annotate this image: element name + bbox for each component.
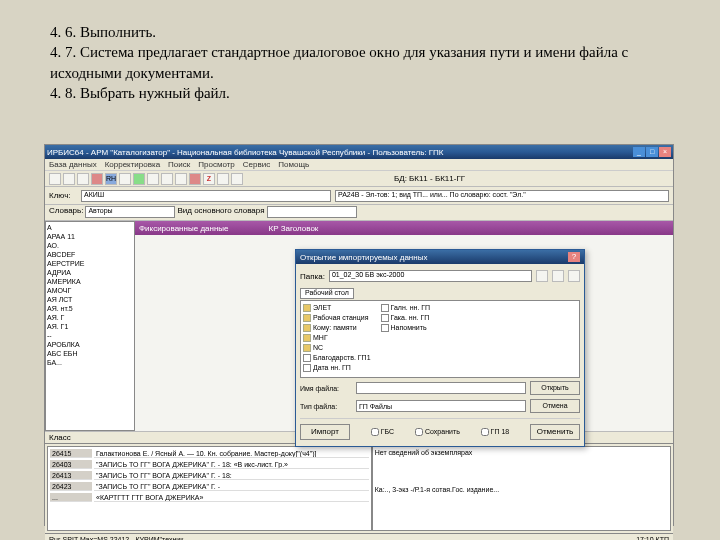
db-label: БД: [394,174,407,183]
list-item[interactable]: А [47,223,133,232]
tb-btn-1[interactable] [49,173,61,185]
tb-btn-3[interactable] [77,173,89,185]
tab-bar: Фиксированные данные КР Заголовок [135,221,673,235]
main-area: А АРАА 11 АО. ABCDEF АЕРСТРИЕ АДРИА АМЕР… [45,221,673,431]
table-row[interactable]: 26423"ЗАПИСЬ ТО ГГ" ВОГА ДЖЕРИКА" Г. - [50,482,369,491]
list-item[interactable]: АДРИА [47,268,133,277]
cbx-3[interactable]: ГП 18 [481,428,510,436]
up-folder-icon[interactable] [536,270,548,282]
table-row[interactable]: 26403"ЗАПИСЬ ТО ГГ" ВОГА ДЖЕРИКА" Г. - 1… [50,460,369,469]
list-item[interactable]: АМОЧГ [47,286,133,295]
list-item[interactable]: АЯ. нт.5 [47,304,133,313]
class-label: Класс [49,433,71,442]
tb-btn-11[interactable] [217,173,229,185]
phrase-input[interactable]: АКИШ [81,190,331,202]
menu-db[interactable]: База данных [49,160,97,169]
folder-item[interactable]: Рабочая станция [303,313,371,322]
list-item[interactable]: АРОБЛКА [47,340,133,349]
list-item[interactable]: АО. [47,241,133,250]
view-select[interactable] [267,206,357,218]
cbx-2[interactable]: Сохранить [415,428,460,436]
instr-line-3: 4. 8. Выбрать нужный файл. [50,83,670,103]
list-item[interactable]: БА... [47,358,133,367]
tb-btn-9[interactable] [175,173,187,185]
folder-item[interactable]: NC [303,343,371,352]
tb-btn-8[interactable] [161,173,173,185]
menu-help[interactable]: Помощь [278,160,309,169]
filetype-label: Тип файла: [300,403,352,410]
new-folder-icon[interactable] [552,270,564,282]
list-item[interactable]: ABCDEF [47,250,133,259]
tb-z-icon[interactable]: Z [203,173,215,185]
folder-item[interactable]: МНГ [303,333,371,342]
toolbar: RH Z БД: БК11 - БК11-ГГ [45,171,673,187]
folder-label: Папка: [300,272,325,281]
filetype-select[interactable]: ГП Файлы [356,400,526,412]
list-item[interactable]: АМЕРИКА [47,277,133,286]
right-area: Фиксированные данные КР Заголовок Открыт… [135,221,673,431]
tb-btn-4[interactable] [91,173,103,185]
file-open-dialog: Открытие импортируемых данных ? Папка: 0… [295,249,585,447]
menu-correct[interactable]: Корректировка [105,160,160,169]
result-input[interactable]: РА24В - Эл-тов: 1; вид ТП... или... По с… [335,190,669,202]
table-row[interactable]: ...«КАРТГТТ ГТГ ВОГА ДЖЕРИКА» [50,493,369,502]
minimize-button[interactable]: _ [633,147,645,157]
tb-btn-12[interactable] [231,173,243,185]
folder-item[interactable]: Кому: памяти [303,323,371,332]
nav-tab-row: Рабочий стол [300,286,580,300]
list-item[interactable]: АЕРСТРИЕ [47,259,133,268]
folder-select[interactable]: 01_02_30 БВ экс-2000 [329,270,532,282]
records-table[interactable]: 26415Галактионова Е. / Ясный А. — 10. Кн… [48,447,371,504]
tb-btn-2[interactable] [63,173,75,185]
file-item[interactable]: Галн. нн. ГП [381,303,431,312]
view-label: Вид основного словаря [177,206,264,219]
action-row: Импорт ГБС Сохранить ГП 18 Отменить [300,418,580,440]
file-list[interactable]: ЭЛЕТ Рабочая станция Кому: памяти МНГ NC… [300,300,580,378]
view-mode-icon[interactable] [568,270,580,282]
filename-label: Имя файла: [300,385,352,392]
instr-line-1: 4. 6. Выполнить. [50,22,670,42]
dialog-close-icon[interactable]: ? [568,252,580,262]
table-row[interactable]: 26413"ЗАПИСЬ ТО ГГ" ВОГА ДЖЕРИКА" Г. - 1… [50,471,369,480]
cancel-button[interactable]: Отмена [530,399,580,413]
menu-service[interactable]: Сервис [243,160,270,169]
cancel-action-button[interactable]: Отменить [530,424,580,440]
folder-row: Папка: 01_02_30 БВ экс-2000 [300,268,580,284]
open-button[interactable]: Открыть [530,381,580,395]
list-item[interactable]: АЯ. Г [47,313,133,322]
menu-view[interactable]: Просмотр [198,160,235,169]
file-item[interactable]: Дата нн. ГП [303,363,371,372]
file-item[interactable]: Благодарств. ГП1 [303,353,371,362]
status-time: 17:10 КТП [636,536,669,540]
file-item[interactable]: Гака. нн. ГП [381,313,431,322]
phrase-row: Ключ: АКИШ РА24В - Эл-тов: 1; вид ТП... … [45,187,673,205]
status-left: Rur-SPIT Max=MS 23412 - КУРИМ"техник [49,536,183,540]
tb-rh-icon[interactable]: RH [105,173,117,185]
folder-item[interactable]: ЭЛЕТ [303,303,371,312]
dict-select[interactable]: Авторы [85,206,175,218]
file-item[interactable]: Напомнить [381,323,431,332]
maximize-button[interactable]: □ [646,147,658,157]
table-row[interactable]: 26415Галактионова Е. / Ясный А. — 10. Кн… [50,449,369,458]
close-button[interactable]: × [659,147,671,157]
tb-btn-7[interactable] [147,173,159,185]
tb-btn-10[interactable] [189,173,201,185]
list-item[interactable]: АБС ЕБН [47,349,133,358]
list-item[interactable]: АЯ. Г1 [47,322,133,331]
tab-fixed[interactable]: Фиксированные данные [139,224,229,233]
dict-row: Словарь: Авторы Вид основного словаря [45,205,673,221]
menu-search[interactable]: Поиск [168,160,190,169]
import-button[interactable]: Импорт [300,424,350,440]
dialog-title: Открытие импортируемых данных [300,253,427,262]
list-item[interactable]: АРАА 11 [47,232,133,241]
tb-btn-6[interactable] [133,173,145,185]
tab-header[interactable]: КР Заголовок [269,224,319,233]
tb-btn-5[interactable] [119,173,131,185]
dictionary-list[interactable]: А АРАА 11 АО. ABCDEF АЕРСТРИЕ АДРИА АМЕР… [45,221,135,431]
db-select[interactable]: БК11 - БК11-ГГ [409,174,669,183]
cbx-1[interactable]: ГБС [371,428,394,436]
list-item[interactable]: -- [47,331,133,340]
list-item[interactable]: АЯ ЛСТ [47,295,133,304]
filename-input[interactable] [356,382,526,394]
desktop-tab[interactable]: Рабочий стол [300,288,354,299]
